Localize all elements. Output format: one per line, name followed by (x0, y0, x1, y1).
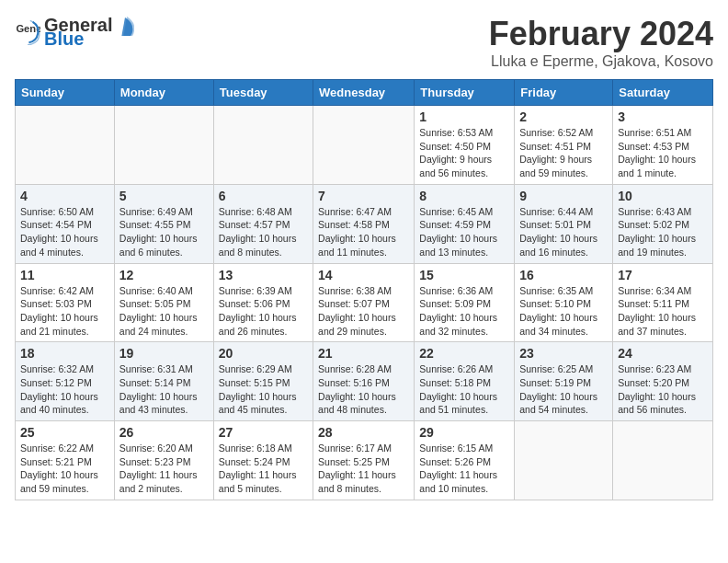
day-number: 14 (318, 268, 409, 282)
day-number: 26 (119, 425, 209, 440)
day-info: Sunrise: 6:29 AM Sunset: 5:15 PM Dayligh… (219, 362, 308, 417)
day-info: Sunrise: 6:47 AM Sunset: 4:58 PM Dayligh… (318, 205, 409, 259)
day-info: Sunrise: 6:25 AM Sunset: 5:19 PM Dayligh… (519, 362, 608, 417)
day-number: 29 (419, 425, 509, 440)
day-info: Sunrise: 6:50 AM Sunset: 4:54 PM Dayligh… (20, 205, 109, 259)
day-number: 22 (419, 346, 509, 361)
day-header-sunday: Sunday (16, 80, 115, 106)
day-number: 23 (519, 346, 608, 361)
calendar-cell: 1Sunrise: 6:53 AM Sunset: 4:50 PM Daylig… (415, 106, 515, 185)
calendar-cell: 7Sunrise: 6:47 AM Sunset: 4:58 PM Daylig… (313, 184, 415, 263)
calendar-cell (114, 106, 213, 185)
day-info: Sunrise: 6:42 AM Sunset: 5:03 PM Dayligh… (20, 284, 109, 339)
day-info: Sunrise: 6:23 AM Sunset: 5:20 PM Dayligh… (618, 362, 708, 417)
day-header-monday: Monday (114, 80, 213, 106)
day-info: Sunrise: 6:18 AM Sunset: 5:24 PM Dayligh… (219, 442, 308, 496)
day-header-tuesday: Tuesday (213, 80, 313, 106)
day-number: 17 (618, 268, 708, 282)
day-info: Sunrise: 6:26 AM Sunset: 5:18 PM Dayligh… (419, 362, 509, 417)
day-number: 9 (519, 189, 608, 203)
day-header-wednesday: Wednesday (313, 80, 415, 106)
day-info: Sunrise: 6:39 AM Sunset: 5:06 PM Dayligh… (219, 284, 308, 339)
day-number: 3 (618, 109, 708, 124)
location-title: Lluka e Eperme, Gjakova, Kosovo (489, 53, 713, 70)
calendar-cell: 25Sunrise: 6:22 AM Sunset: 5:21 PM Dayli… (16, 421, 115, 500)
calendar-cell: 3Sunrise: 6:51 AM Sunset: 4:53 PM Daylig… (613, 106, 713, 185)
day-number: 24 (618, 346, 708, 361)
day-number: 1 (419, 109, 509, 124)
calendar-cell: 21Sunrise: 6:28 AM Sunset: 5:16 PM Dayli… (313, 342, 415, 421)
day-info: Sunrise: 6:31 AM Sunset: 5:14 PM Dayligh… (119, 362, 209, 417)
calendar-cell: 8Sunrise: 6:45 AM Sunset: 4:59 PM Daylig… (415, 184, 515, 263)
day-info: Sunrise: 6:43 AM Sunset: 5:02 PM Dayligh… (618, 205, 708, 259)
day-info: Sunrise: 6:53 AM Sunset: 4:50 PM Dayligh… (419, 126, 509, 180)
day-number: 21 (318, 346, 409, 361)
day-number: 7 (318, 189, 409, 203)
day-number: 18 (20, 346, 109, 361)
day-number: 6 (219, 189, 308, 203)
day-info: Sunrise: 6:45 AM Sunset: 4:59 PM Dayligh… (419, 205, 509, 259)
calendar-cell: 14Sunrise: 6:38 AM Sunset: 5:07 PM Dayli… (313, 263, 415, 342)
day-info: Sunrise: 6:38 AM Sunset: 5:07 PM Dayligh… (318, 284, 409, 339)
day-info: Sunrise: 6:36 AM Sunset: 5:09 PM Dayligh… (419, 284, 509, 339)
day-number: 28 (318, 425, 409, 440)
calendar-cell: 13Sunrise: 6:39 AM Sunset: 5:06 PM Dayli… (213, 263, 313, 342)
calendar-cell (515, 421, 613, 500)
calendar-week-row: 4Sunrise: 6:50 AM Sunset: 4:54 PM Daylig… (16, 184, 713, 263)
calendar-cell: 4Sunrise: 6:50 AM Sunset: 4:54 PM Daylig… (16, 184, 115, 263)
calendar-cell: 9Sunrise: 6:44 AM Sunset: 5:01 PM Daylig… (515, 184, 613, 263)
day-number: 8 (419, 189, 509, 203)
logo: General General Blue (15, 15, 134, 50)
calendar-cell (613, 421, 713, 500)
day-info: Sunrise: 6:22 AM Sunset: 5:21 PM Dayligh… (20, 442, 109, 496)
day-number: 2 (519, 109, 608, 124)
day-info: Sunrise: 6:51 AM Sunset: 4:53 PM Dayligh… (618, 126, 708, 180)
month-title: February 2024 (489, 15, 713, 53)
calendar-cell: 19Sunrise: 6:31 AM Sunset: 5:14 PM Dayli… (114, 342, 213, 421)
calendar-cell: 22Sunrise: 6:26 AM Sunset: 5:18 PM Dayli… (415, 342, 515, 421)
day-number: 19 (119, 346, 209, 361)
day-number: 13 (219, 268, 308, 282)
day-number: 5 (119, 189, 209, 203)
day-number: 16 (519, 268, 608, 282)
day-number: 11 (20, 268, 109, 282)
calendar-cell: 20Sunrise: 6:29 AM Sunset: 5:15 PM Dayli… (213, 342, 313, 421)
calendar-week-row: 18Sunrise: 6:32 AM Sunset: 5:12 PM Dayli… (16, 342, 713, 421)
day-info: Sunrise: 6:28 AM Sunset: 5:16 PM Dayligh… (318, 362, 409, 417)
title-area: February 2024 Lluka e Eperme, Gjakova, K… (489, 15, 713, 70)
calendar-cell: 24Sunrise: 6:23 AM Sunset: 5:20 PM Dayli… (613, 342, 713, 421)
day-number: 25 (20, 425, 109, 440)
day-number: 12 (119, 268, 209, 282)
calendar-cell: 26Sunrise: 6:20 AM Sunset: 5:23 PM Dayli… (114, 421, 213, 500)
calendar-cell: 17Sunrise: 6:34 AM Sunset: 5:11 PM Dayli… (613, 263, 713, 342)
calendar-cell: 5Sunrise: 6:49 AM Sunset: 4:55 PM Daylig… (114, 184, 213, 263)
day-info: Sunrise: 6:15 AM Sunset: 5:26 PM Dayligh… (419, 442, 509, 496)
day-info: Sunrise: 6:32 AM Sunset: 5:12 PM Dayligh… (20, 362, 109, 417)
calendar-header-row: SundayMondayTuesdayWednesdayThursdayFrid… (16, 80, 713, 106)
day-info: Sunrise: 6:44 AM Sunset: 5:01 PM Dayligh… (519, 205, 608, 259)
calendar-cell: 28Sunrise: 6:17 AM Sunset: 5:25 PM Dayli… (313, 421, 415, 500)
day-header-thursday: Thursday (415, 80, 515, 106)
calendar-cell (16, 106, 115, 185)
day-info: Sunrise: 6:17 AM Sunset: 5:25 PM Dayligh… (318, 442, 409, 496)
day-number: 4 (20, 189, 109, 203)
calendar-cell: 6Sunrise: 6:48 AM Sunset: 4:57 PM Daylig… (213, 184, 313, 263)
calendar-cell: 29Sunrise: 6:15 AM Sunset: 5:26 PM Dayli… (415, 421, 515, 500)
calendar-cell: 11Sunrise: 6:42 AM Sunset: 5:03 PM Dayli… (16, 263, 115, 342)
calendar-cell: 23Sunrise: 6:25 AM Sunset: 5:19 PM Dayli… (515, 342, 613, 421)
day-info: Sunrise: 6:34 AM Sunset: 5:11 PM Dayligh… (618, 284, 708, 339)
day-number: 15 (419, 268, 509, 282)
calendar-week-row: 25Sunrise: 6:22 AM Sunset: 5:21 PM Dayli… (16, 421, 713, 500)
calendar-cell: 16Sunrise: 6:35 AM Sunset: 5:10 PM Dayli… (515, 263, 613, 342)
day-header-saturday: Saturday (613, 80, 713, 106)
day-number: 27 (219, 425, 308, 440)
calendar-week-row: 11Sunrise: 6:42 AM Sunset: 5:03 PM Dayli… (16, 263, 713, 342)
day-info: Sunrise: 6:20 AM Sunset: 5:23 PM Dayligh… (119, 442, 209, 496)
calendar-cell: 12Sunrise: 6:40 AM Sunset: 5:05 PM Dayli… (114, 263, 213, 342)
logo-icon: General (15, 19, 40, 45)
day-info: Sunrise: 6:52 AM Sunset: 4:51 PM Dayligh… (519, 126, 608, 180)
calendar-cell: 2Sunrise: 6:52 AM Sunset: 4:51 PM Daylig… (515, 106, 613, 185)
day-header-friday: Friday (515, 80, 613, 106)
calendar-cell: 10Sunrise: 6:43 AM Sunset: 5:02 PM Dayli… (613, 184, 713, 263)
day-info: Sunrise: 6:35 AM Sunset: 5:10 PM Dayligh… (519, 284, 608, 339)
